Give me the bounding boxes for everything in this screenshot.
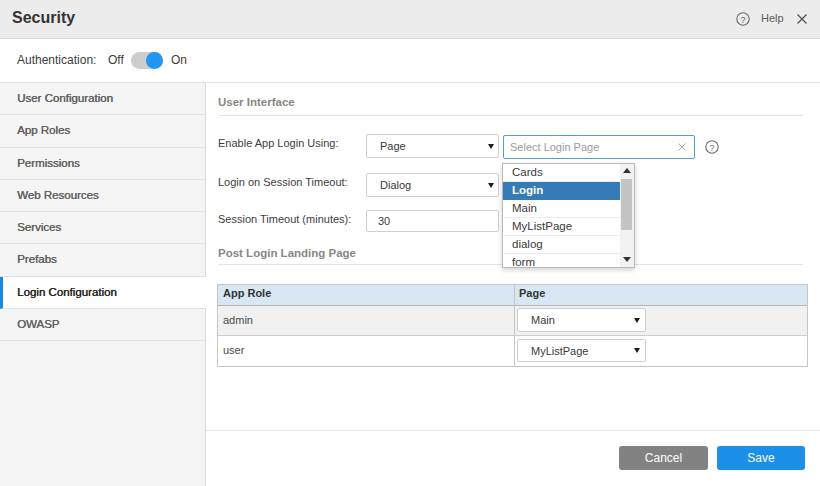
svg-text:?: ? xyxy=(709,143,714,153)
svg-text:?: ? xyxy=(740,15,745,25)
